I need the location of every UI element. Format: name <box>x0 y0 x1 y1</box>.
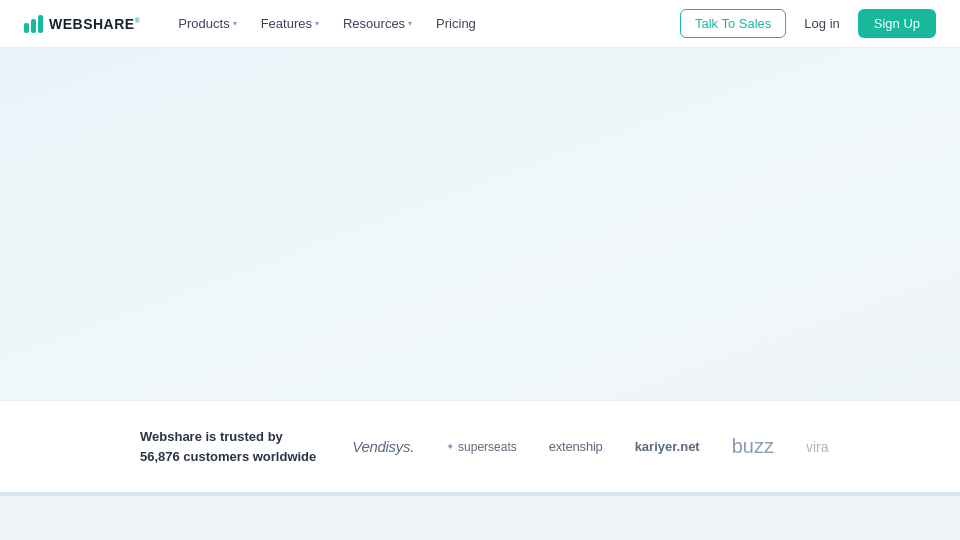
nav-actions: Talk To Sales Log in Sign Up <box>680 9 936 38</box>
logo-kariyernet: kariyer.net <box>635 439 700 454</box>
logo-bar-3 <box>38 15 43 33</box>
nav-links: Products ▾ Features ▾ Resources ▾ Pricin… <box>168 10 680 37</box>
products-chevron-icon: ▾ <box>233 19 237 28</box>
navbar: WEBSHARE® Products ▾ Features ▾ Resource… <box>0 0 960 48</box>
bottom-strip <box>0 492 960 496</box>
logo-text: WEBSHARE® <box>49 16 140 32</box>
logo-bar-2 <box>31 19 36 33</box>
resources-menu[interactable]: Resources ▾ <box>333 10 422 37</box>
logo-icon <box>24 15 43 33</box>
features-chevron-icon: ▾ <box>315 19 319 28</box>
features-menu[interactable]: Features ▾ <box>251 10 329 37</box>
signup-button[interactable]: Sign Up <box>858 9 936 38</box>
trust-bar: Webshare is trusted by 56,876 customers … <box>0 400 960 492</box>
logo-superseats: ✦ superseats <box>446 440 517 454</box>
hero-section: Webshare is trusted by 56,876 customers … <box>0 48 960 492</box>
resources-chevron-icon: ▾ <box>408 19 412 28</box>
logo-buzz: buzz <box>732 435 774 458</box>
logo-vira: vira <box>806 439 829 455</box>
trust-text: Webshare is trusted by 56,876 customers … <box>140 427 316 466</box>
talk-to-sales-button[interactable]: Talk To Sales <box>680 9 786 38</box>
trust-logos: Vendisys. ✦ superseats extenship kariyer… <box>352 435 828 458</box>
products-menu[interactable]: Products ▾ <box>168 10 246 37</box>
logo-bar-1 <box>24 23 29 33</box>
superseats-star-icon: ✦ <box>446 441 454 452</box>
logo-extenship: extenship <box>549 439 603 454</box>
login-button[interactable]: Log in <box>794 10 849 37</box>
logo-link[interactable]: WEBSHARE® <box>24 15 140 33</box>
pricing-link[interactable]: Pricing <box>426 10 486 37</box>
logo-vendisys: Vendisys. <box>352 438 414 455</box>
